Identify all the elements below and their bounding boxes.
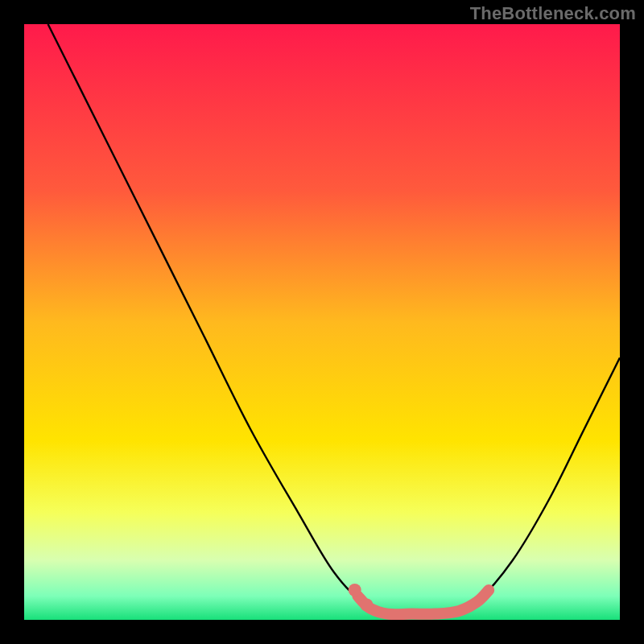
bottleneck-chart	[24, 24, 620, 620]
highlight-dot	[361, 599, 374, 612]
watermark-text: TheBottleneck.com	[470, 3, 636, 24]
highlight-dot	[349, 584, 361, 597]
chart-frame	[24, 24, 620, 620]
